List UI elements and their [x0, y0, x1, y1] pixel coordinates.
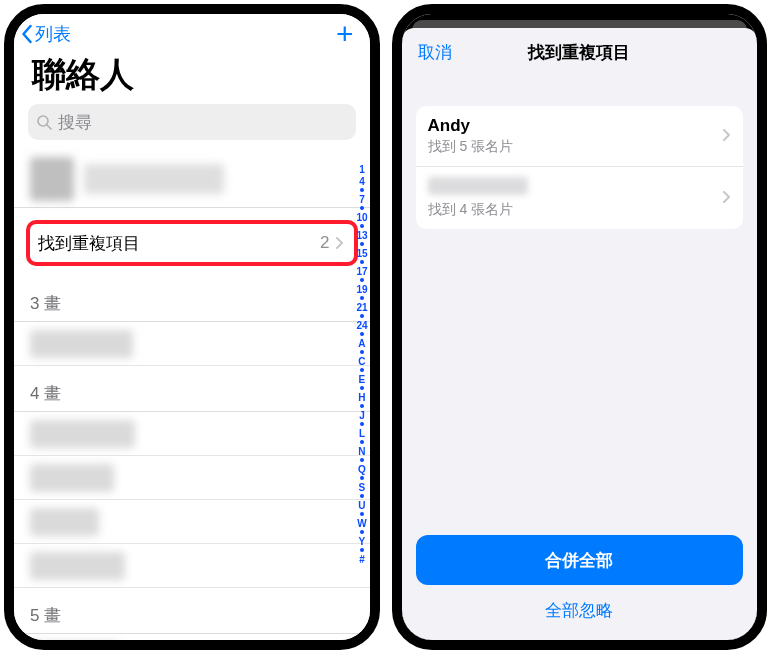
chevron-right-icon	[723, 189, 731, 207]
search-icon	[36, 114, 52, 130]
index-dot	[360, 458, 364, 462]
index-dot	[360, 440, 364, 444]
index-dot	[360, 422, 364, 426]
redacted-name	[84, 164, 224, 194]
redacted-name	[30, 552, 125, 580]
contact-row[interactable]	[14, 456, 370, 500]
index-char[interactable]: L	[359, 428, 365, 439]
duplicate-sub: 找到 5 張名片	[428, 138, 732, 156]
section-header: 5 畫	[14, 588, 370, 634]
index-char[interactable]: U	[358, 500, 365, 511]
section-header: 3 畫	[14, 276, 370, 322]
index-dot	[360, 188, 364, 192]
index-dot	[360, 278, 364, 282]
duplicate-row[interactable]: Andy找到 5 張名片	[416, 106, 744, 167]
contact-row[interactable]	[14, 544, 370, 588]
index-dot	[360, 512, 364, 516]
index-char[interactable]: #	[359, 554, 365, 565]
modal-sheet: 取消 找到重複項目 Andy找到 5 張名片找到 4 張名片 合併全部 全部忽略	[402, 28, 758, 640]
nav-bar: 列表 +	[14, 14, 370, 48]
add-button[interactable]: +	[336, 24, 358, 44]
index-char[interactable]: S	[359, 482, 366, 493]
duplicate-name: Andy	[428, 116, 732, 136]
cancel-button[interactable]: 取消	[418, 41, 452, 64]
index-dot	[360, 260, 364, 264]
index-dot	[360, 350, 364, 354]
redacted-name	[428, 177, 528, 195]
back-label: 列表	[35, 22, 71, 46]
index-char[interactable]: 10	[356, 212, 367, 223]
contact-row[interactable]	[14, 634, 370, 650]
phone-right: 取消 找到重複項目 Andy找到 5 張名片找到 4 張名片 合併全部 全部忽略	[392, 4, 768, 650]
index-char[interactable]: 19	[356, 284, 367, 295]
sheet-nav: 取消 找到重複項目	[402, 28, 758, 76]
search-field[interactable]: 搜尋	[28, 104, 356, 140]
duplicates-list: Andy找到 5 張名片找到 4 張名片	[416, 106, 744, 229]
index-dot	[360, 494, 364, 498]
contacts-screen: 列表 + 聯絡人 搜尋 找到重複項目 2 3 畫4 畫5 畫 147101315…	[14, 14, 370, 640]
my-card-row[interactable]	[14, 150, 370, 208]
sheet-title: 找到重複項目	[528, 41, 630, 64]
index-char[interactable]: C	[358, 356, 365, 367]
index-dot	[360, 224, 364, 228]
section-header: 4 畫	[14, 366, 370, 412]
index-char[interactable]: Y	[359, 536, 366, 547]
index-char[interactable]: A	[358, 338, 365, 349]
index-char[interactable]: Q	[358, 464, 366, 475]
redacted-name	[30, 508, 99, 536]
index-dot	[360, 206, 364, 210]
contact-row[interactable]	[14, 322, 370, 366]
index-dot	[360, 332, 364, 336]
index-char[interactable]: H	[358, 392, 365, 403]
back-button[interactable]: 列表	[20, 22, 71, 46]
index-dot	[360, 368, 364, 372]
chevron-left-icon	[20, 24, 33, 44]
index-char[interactable]: N	[358, 446, 365, 457]
index-char[interactable]: 7	[359, 194, 365, 205]
index-char[interactable]: 17	[356, 266, 367, 277]
duplicate-row[interactable]: 找到 4 張名片	[416, 167, 744, 229]
index-dot	[360, 530, 364, 534]
avatar	[30, 157, 74, 201]
chevron-right-icon	[336, 237, 344, 249]
duplicates-modal-screen: 取消 找到重複項目 Andy找到 5 張名片找到 4 張名片 合併全部 全部忽略	[402, 14, 758, 640]
redacted-name	[30, 642, 118, 651]
index-char[interactable]: 13	[356, 230, 367, 241]
index-char[interactable]: E	[359, 374, 366, 385]
page-title: 聯絡人	[14, 48, 370, 104]
svg-line-1	[47, 125, 51, 129]
index-dot	[360, 386, 364, 390]
chevron-right-icon	[723, 127, 731, 145]
redacted-name	[30, 330, 133, 358]
index-char[interactable]: 15	[356, 248, 367, 259]
contact-row[interactable]	[14, 500, 370, 544]
index-dot	[360, 476, 364, 480]
ignore-all-button[interactable]: 全部忽略	[416, 585, 744, 636]
index-char[interactable]: 1	[359, 164, 365, 175]
duplicates-found-row[interactable]: 找到重複項目 2	[26, 220, 358, 266]
redacted-name	[30, 420, 135, 448]
phone-left: 列表 + 聯絡人 搜尋 找到重複項目 2 3 畫4 畫5 畫 147101315…	[4, 4, 380, 650]
index-dot	[360, 548, 364, 552]
index-char[interactable]: 4	[359, 176, 365, 187]
index-char[interactable]: 21	[356, 302, 367, 313]
index-char[interactable]: J	[359, 410, 365, 421]
index-dot	[360, 242, 364, 246]
index-char[interactable]: W	[357, 518, 366, 529]
search-placeholder: 搜尋	[58, 111, 92, 134]
duplicates-count: 2	[320, 233, 329, 253]
index-strip[interactable]: 14710131517192124ACEHJLNQSUWY#	[356, 164, 367, 565]
index-dot	[360, 296, 364, 300]
contact-row[interactable]	[14, 412, 370, 456]
redacted-name	[30, 464, 114, 492]
duplicates-label: 找到重複項目	[38, 232, 140, 255]
sheet-footer: 合併全部 全部忽略	[402, 535, 758, 640]
index-char[interactable]: 24	[356, 320, 367, 331]
index-dot	[360, 404, 364, 408]
duplicate-sub: 找到 4 張名片	[428, 201, 732, 219]
merge-all-button[interactable]: 合併全部	[416, 535, 744, 585]
index-dot	[360, 314, 364, 318]
contacts-sections: 3 畫4 畫5 畫	[14, 276, 370, 650]
